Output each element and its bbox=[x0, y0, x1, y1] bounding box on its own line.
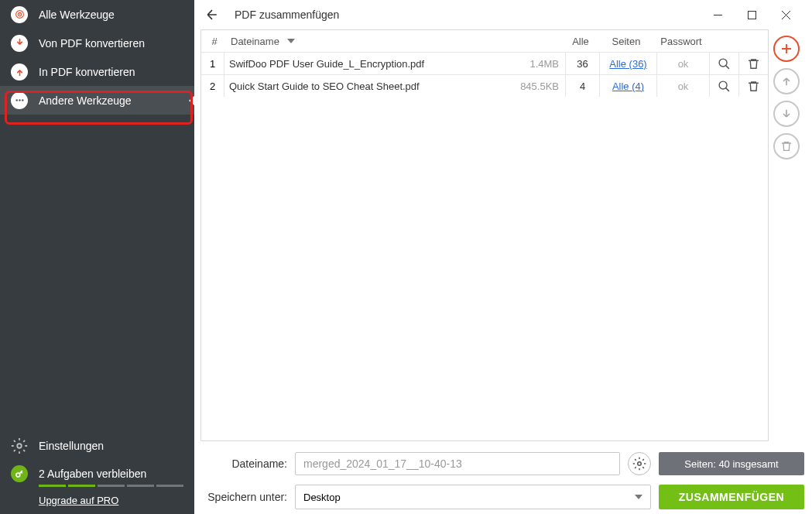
nav-from-pdf[interactable]: Von PDF konvertieren bbox=[0, 29, 194, 57]
content-area: # Dateiname Alle Seiten Passwort 1 SwifD… bbox=[194, 29, 812, 441]
trash-icon bbox=[747, 57, 760, 70]
table-body: 1 SwifDoo PDF User Guide_L_Encryption.pd… bbox=[201, 52, 768, 97]
close-button[interactable] bbox=[769, 3, 803, 26]
nav-other-tools[interactable]: Andere Werkzeuge bbox=[0, 86, 194, 115]
nav-label: In PDF konvertieren bbox=[39, 66, 135, 78]
nav-all-tools[interactable]: Alle Werkzeuge bbox=[0, 0, 194, 29]
settings-link[interactable]: Einstellungen bbox=[11, 432, 183, 460]
nav-label: Alle Werkzeuge bbox=[39, 9, 115, 21]
table-header: # Dateiname Alle Seiten Passwort bbox=[201, 30, 768, 52]
filename-input[interactable] bbox=[295, 452, 620, 475]
row-password: ok bbox=[656, 75, 709, 97]
clear-all-button[interactable] bbox=[773, 133, 800, 159]
delete-button[interactable] bbox=[738, 75, 768, 97]
row-pages: Alle (4) bbox=[599, 75, 656, 97]
page-title: PDF zusammenfügen bbox=[235, 9, 339, 21]
titlebar: PDF zusammenfügen bbox=[194, 0, 812, 29]
row-password: ok bbox=[656, 53, 709, 74]
move-up-button[interactable] bbox=[773, 68, 800, 94]
active-indicator-icon bbox=[189, 96, 194, 105]
add-file-button[interactable] bbox=[773, 36, 800, 62]
pages-link[interactable]: Alle (36) bbox=[609, 58, 646, 70]
filename-row: Dateiname: Seiten: 40 insgesamt bbox=[202, 452, 804, 475]
col-filename-label: Dateiname bbox=[231, 36, 279, 47]
svg-rect-8 bbox=[748, 11, 755, 19]
gear-icon bbox=[11, 437, 28, 454]
svg-point-6 bbox=[17, 444, 22, 448]
nav-label: Andere Werkzeuge bbox=[39, 94, 132, 107]
row-index: 1 bbox=[201, 53, 224, 74]
target-icon bbox=[11, 6, 28, 23]
minimize-button[interactable] bbox=[701, 3, 735, 26]
upgrade-link[interactable]: Upgrade auf PRO bbox=[39, 495, 183, 506]
back-button[interactable] bbox=[204, 6, 221, 23]
maximize-button[interactable] bbox=[735, 3, 769, 26]
nav-label: Von PDF konvertieren bbox=[39, 37, 145, 50]
side-actions bbox=[773, 29, 806, 441]
preview-button[interactable] bbox=[709, 53, 738, 74]
table-row[interactable]: 1 SwifDoo PDF User Guide_L_Encryption.pd… bbox=[201, 52, 768, 74]
svg-point-9 bbox=[719, 59, 727, 67]
plus-icon bbox=[779, 42, 793, 56]
row-size: 845.5KB bbox=[509, 81, 565, 92]
arrow-down-icon bbox=[780, 108, 793, 120]
col-password[interactable]: Passwort bbox=[655, 36, 708, 47]
col-index[interactable]: # bbox=[203, 36, 226, 47]
file-table: # Dateiname Alle Seiten Passwort 1 SwifD… bbox=[200, 29, 769, 441]
arrow-down-icon bbox=[11, 35, 28, 52]
svg-point-2 bbox=[19, 14, 20, 15]
sidebar: Alle Werkzeuge Von PDF konvertieren In P… bbox=[0, 0, 194, 514]
svg-point-4 bbox=[19, 99, 20, 101]
filename-label: Dateiname: bbox=[202, 457, 287, 470]
pages-total-badge: Seiten: 40 insgesamt bbox=[659, 452, 804, 475]
row-all: 4 bbox=[565, 75, 599, 97]
row-index: 2 bbox=[201, 75, 224, 97]
table-row[interactable]: 2 Quick Start Guide to SEO Cheat Sheet.p… bbox=[201, 74, 768, 97]
arrow-up-icon bbox=[11, 63, 28, 81]
svg-point-10 bbox=[719, 81, 727, 89]
move-down-button[interactable] bbox=[773, 101, 800, 127]
trash-icon bbox=[780, 140, 793, 152]
save-location-select[interactable]: Desktop bbox=[295, 485, 651, 509]
row-filename: Quick Start Guide to SEO Cheat Sheet.pdf bbox=[224, 81, 509, 92]
col-pages[interactable]: Seiten bbox=[598, 36, 655, 47]
merge-button[interactable]: ZUSAMMENFÜGEN bbox=[659, 485, 804, 509]
col-filename[interactable]: Dateiname bbox=[226, 36, 508, 47]
row-filename: SwifDoo PDF User Guide_L_Encryption.pdf bbox=[224, 58, 509, 70]
delete-button[interactable] bbox=[738, 53, 768, 74]
search-icon bbox=[718, 80, 731, 93]
settings-label: Einstellungen bbox=[39, 440, 104, 452]
sort-desc-icon bbox=[287, 39, 295, 43]
row-size: 1.4MB bbox=[509, 58, 565, 70]
gear-icon bbox=[632, 457, 646, 471]
sidebar-footer: Einstellungen 2 Aufgaben verbleiben Upgr… bbox=[0, 432, 194, 514]
main-panel: PDF zusammenfügen # Dateiname Alle Seite… bbox=[194, 0, 812, 514]
window-controls bbox=[701, 3, 803, 26]
svg-point-5 bbox=[22, 99, 23, 101]
chevron-down-icon bbox=[635, 495, 642, 499]
tasks-remaining[interactable]: 2 Aufgaben verbleiben bbox=[11, 460, 183, 488]
svg-point-11 bbox=[638, 462, 642, 466]
pages-link[interactable]: Alle (4) bbox=[612, 81, 644, 92]
bottom-panel: Dateiname: Seiten: 40 insgesamt Speicher… bbox=[194, 441, 812, 514]
arrow-up-icon bbox=[780, 75, 793, 87]
key-icon bbox=[11, 465, 28, 482]
preview-button[interactable] bbox=[709, 75, 738, 97]
filename-settings-button[interactable] bbox=[628, 452, 651, 475]
save-label: Speichern unter: bbox=[202, 491, 287, 503]
row-pages: Alle (36) bbox=[599, 53, 656, 74]
save-value: Desktop bbox=[303, 492, 341, 503]
svg-point-3 bbox=[15, 99, 17, 101]
col-all[interactable]: Alle bbox=[564, 36, 598, 47]
nav-to-pdf[interactable]: In PDF konvertieren bbox=[0, 57, 194, 86]
dots-icon bbox=[11, 92, 28, 109]
trash-icon bbox=[747, 80, 760, 93]
tasks-label: 2 Aufgaben verbleiben bbox=[39, 468, 146, 480]
task-progress-bar bbox=[39, 485, 183, 487]
row-all: 36 bbox=[565, 53, 599, 74]
save-row: Speichern unter: Desktop ZUSAMMENFÜGEN bbox=[202, 485, 804, 509]
search-icon bbox=[718, 57, 731, 70]
